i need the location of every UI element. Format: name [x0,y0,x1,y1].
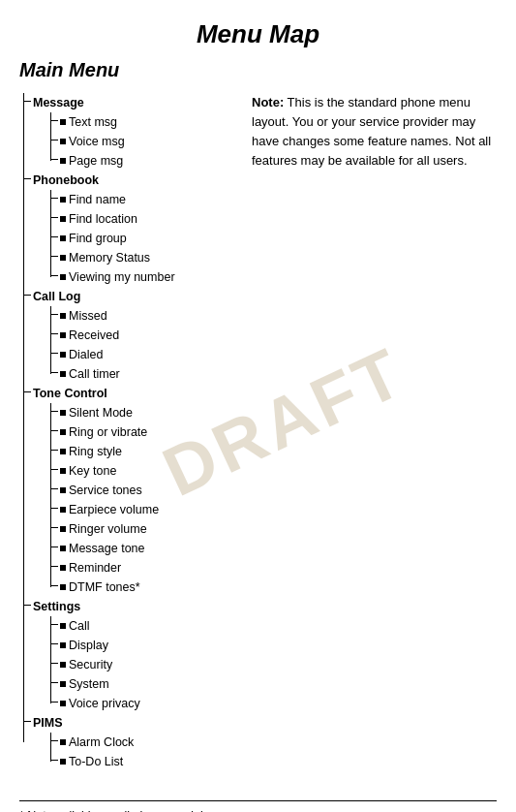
menu-children-settings: CallDisplaySecuritySystemVoice privacy [33,616,232,713]
menu-parent-label-pims: PIMS [33,716,63,730]
note-body: This is the standard phone menu layout. … [252,95,491,168]
menu-child-label: Missed [69,309,107,323]
menu-parent-settings: SettingsCallDisplaySecuritySystemVoice p… [19,597,232,713]
menu-parent-phonebook: PhonebookFind nameFind locationFind grou… [19,171,232,287]
menu-child-label: Text msg [69,115,117,129]
bullet-icon [60,119,66,125]
menu-child-item: Find name [46,190,232,209]
menu-child-item: Voice privacy [46,694,232,713]
menu-child-label: Memory Status [69,251,150,265]
menu-child-label: Service tones [69,484,142,497]
note-label: Note: [252,95,284,109]
menu-child-label: Ring or vibrate [69,425,147,439]
content-area: MessageText msgVoice msgPage msgPhoneboo… [19,93,497,771]
bullet-icon [60,623,66,629]
menu-parent-label-phonebook: Phonebook [33,173,99,187]
menu-child-item: Silent Mode [46,403,232,422]
menu-child-label: System [69,677,109,691]
menu-child-item: Received [46,326,232,345]
bullet-icon [60,371,66,377]
menu-child-label: Find name [69,193,126,206]
menu-child-label: Key tone [69,464,116,478]
menu-parent-label-tone-control: Tone Control [33,387,107,400]
menu-child-item: Service tones [46,481,232,500]
menu-child-label: Message tone [69,542,145,555]
bullet-icon [60,487,66,493]
menu-child-item: Earpiece volume [46,500,232,519]
bullet-icon [60,274,66,280]
menu-parent-tone-control: Tone ControlSilent ModeRing or vibrateRi… [19,384,232,597]
menu-parent-pims: PIMSAlarm ClockTo-Do List [19,713,232,771]
bullet-icon [60,565,66,571]
bullet-icon [60,235,66,241]
menu-child-item: Memory Status [46,248,232,267]
menu-child-label: Call [69,619,90,633]
menu-child-label: Find location [69,212,137,226]
menu-child-item: Reminder [46,558,232,578]
menu-child-item: Find location [46,209,232,229]
menu-child-label: Received [69,328,119,342]
menu-child-item: Ring or vibrate [46,422,232,442]
menu-child-item: DTMF tones* [46,578,232,597]
menu-children-tone-control: Silent ModeRing or vibrateRing styleKey … [33,403,232,597]
menu-child-label: Security [69,658,112,671]
menu-child-label: Display [69,639,108,652]
menu-child-label: Page msg [69,154,123,168]
menu-children-message: Text msgVoice msgPage msg [33,112,232,171]
menu-child-label: Silent Mode [69,406,133,420]
menu-list: MessageText msgVoice msgPage msgPhoneboo… [19,93,232,771]
menu-children-phonebook: Find nameFind locationFind groupMemory S… [33,190,232,287]
bullet-icon [60,507,66,513]
menu-child-item: System [46,674,232,694]
bullet-icon [60,662,66,668]
bullet-icon [60,701,66,706]
menu-child-item: Display [46,636,232,655]
menu-child-item: Key tone [46,461,232,481]
menu-child-label: Reminder [69,561,121,575]
menu-child-label: Dialed [69,348,103,361]
bullet-icon [60,739,66,745]
menu-parent-label-settings: Settings [33,600,80,613]
bullet-icon [60,681,66,687]
bullet-icon [60,352,66,358]
bullet-icon [60,584,66,590]
menu-child-label: Find group [69,232,127,245]
bullet-icon [60,139,66,144]
menu-child-item: Ringer volume [46,519,232,539]
bullet-icon [60,546,66,551]
menu-child-label: To-Do List [69,755,123,768]
bullet-icon [60,526,66,532]
menu-parent-call-log: Call LogMissedReceivedDialedCall timer [19,287,232,384]
menu-child-label: DTMF tones* [69,580,140,594]
menu-child-item: To-Do List [46,752,232,771]
menu-child-label: Voice privacy [69,697,140,710]
menu-parent-label-message: Message [33,96,84,109]
bullet-icon [60,759,66,765]
bullet-icon [60,332,66,338]
menu-child-item: Voice msg [46,132,232,151]
menu-child-item: Dialed [46,345,232,364]
menu-children-call-log: MissedReceivedDialedCall timer [33,306,232,384]
menu-parent-label-call-log: Call Log [33,290,80,303]
note-text: Note: This is the standard phone menu la… [252,93,497,172]
menu-child-item: Missed [46,306,232,326]
menu-child-label: Viewing my number [69,270,175,284]
page-container: DRAFT Menu Map Main Menu MessageText msg… [0,0,516,812]
menu-children-pims: Alarm ClockTo-Do List [33,733,232,771]
bullet-icon [60,410,66,416]
menu-parent-message: MessageText msgVoice msgPage msg [19,93,232,171]
bullet-icon [60,255,66,261]
bullet-icon [60,313,66,319]
menu-child-item: Text msg [46,112,232,132]
bullet-icon [60,449,66,454]
bullet-icon [60,429,66,435]
page-title: Menu Map [19,19,497,49]
note-box: Note: This is the standard phone menu la… [242,93,497,771]
menu-child-label: Ringer volume [69,522,147,536]
menu-child-label: Ring style [69,445,122,458]
menu-child-label: Earpiece volume [69,503,159,516]
menu-child-item: Find group [46,229,232,248]
menu-child-label: Call timer [69,367,120,381]
menu-child-label: Voice msg [69,135,125,148]
menu-child-item: Message tone [46,539,232,558]
